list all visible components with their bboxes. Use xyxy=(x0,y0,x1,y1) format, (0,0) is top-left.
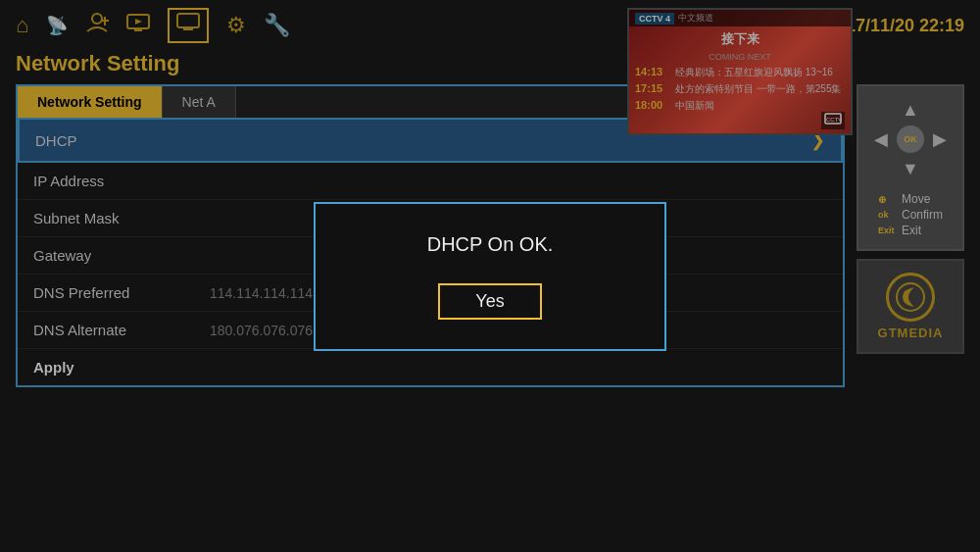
dialog-yes-button[interactable]: Yes xyxy=(438,283,541,320)
dialog-box: DHCP On OK. Yes xyxy=(314,202,666,351)
dialog-overlay: DHCP On OK. Yes xyxy=(0,0,980,552)
dialog-message: DHCP On OK. xyxy=(427,233,554,256)
